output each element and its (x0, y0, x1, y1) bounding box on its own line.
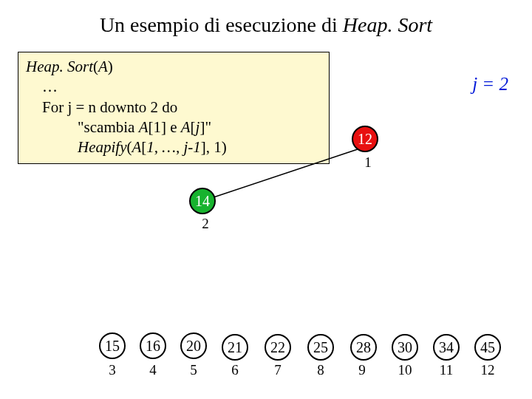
tree-index-1: 1 (361, 154, 375, 171)
sorted-index-9: 9 (355, 362, 369, 378)
title-text: Un esempio di esecuzione di (100, 13, 343, 36)
sorted-node-7: 22 (265, 334, 291, 361)
tree-node-1: 12 (352, 126, 378, 152)
sorted-node-3: 15 (99, 332, 126, 359)
page-title: Un esempio di esecuzione di Heap. Sort (0, 13, 532, 37)
sorted-node-6: 21 (222, 334, 248, 361)
code-line-4: "scambia A[1] e A[j]" (26, 117, 321, 137)
tree-index-2: 2 (198, 216, 213, 232)
sorted-node-11: 34 (433, 334, 460, 361)
sorted-index-10: 10 (395, 362, 415, 378)
sorted-index-5: 5 (186, 362, 201, 378)
sorted-index-4: 4 (146, 362, 160, 378)
sorted-index-11: 11 (436, 362, 457, 378)
code-line-2: … (26, 77, 321, 97)
code-line-1: Heap. Sort(A) (26, 58, 113, 75)
j-label: j = 2 (472, 74, 508, 95)
sorted-index-7: 7 (270, 362, 285, 378)
tree-node-2: 14 (189, 188, 216, 214)
code-line-3: For j = n downto 2 do (26, 98, 321, 117)
code-line-5: Heapify(A[1, …, j-1], 1) (26, 137, 321, 157)
sorted-node-8: 25 (307, 334, 334, 361)
title-alg: Heap. Sort (343, 13, 432, 36)
sorted-node-12: 45 (474, 334, 501, 361)
sorted-index-6: 6 (228, 362, 242, 378)
sorted-index-12: 12 (477, 362, 498, 378)
sorted-node-5: 20 (180, 332, 207, 359)
sorted-node-9: 28 (350, 334, 377, 361)
sorted-index-8: 8 (313, 362, 328, 378)
sorted-index-3: 3 (105, 362, 120, 378)
sorted-node-4: 16 (140, 332, 166, 359)
sorted-node-10: 30 (392, 334, 418, 361)
code-box: Heap. Sort(A) … For j = n downto 2 do "s… (18, 52, 330, 164)
